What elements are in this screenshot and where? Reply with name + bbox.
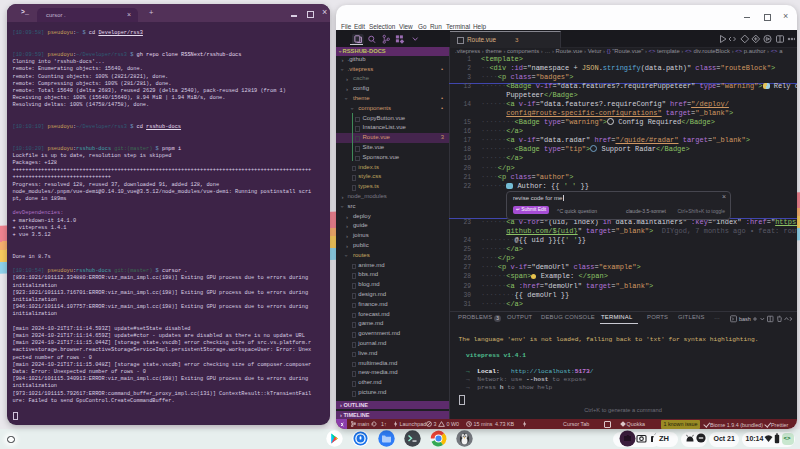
- svg-text:bash: bash: [739, 316, 751, 322]
